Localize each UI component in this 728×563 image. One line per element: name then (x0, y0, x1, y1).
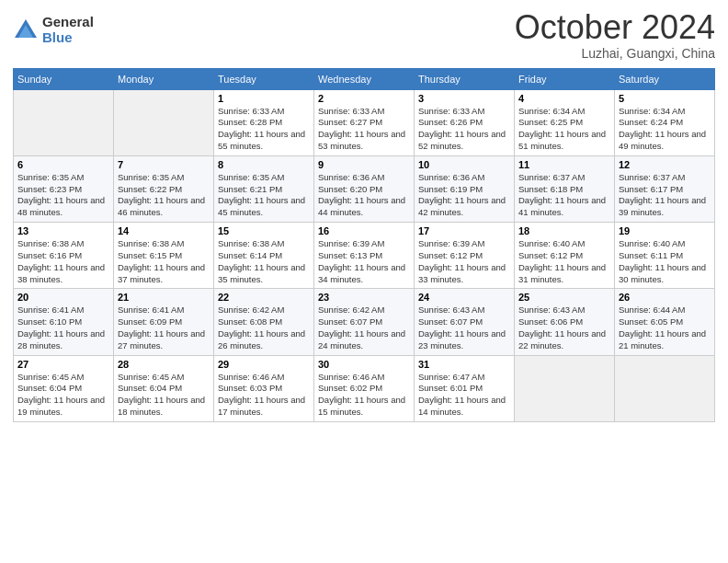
day-number: 25 (518, 292, 610, 303)
calendar-cell (14, 89, 114, 155)
calendar-cell: 20Sunrise: 6:41 AM Sunset: 6:10 PM Dayli… (14, 289, 114, 355)
calendar-cell: 30Sunrise: 6:46 AM Sunset: 6:02 PM Dayli… (314, 355, 415, 421)
weekday-row: SundayMondayTuesdayWednesdayThursdayFrid… (14, 68, 715, 89)
calendar-cell: 6Sunrise: 6:35 AM Sunset: 6:23 PM Daylig… (14, 155, 114, 222)
calendar-cell: 17Sunrise: 6:39 AM Sunset: 6:12 PM Dayli… (415, 223, 515, 289)
calendar-header: SundayMondayTuesdayWednesdayThursdayFrid… (14, 68, 715, 89)
day-info: Sunrise: 6:33 AM Sunset: 6:27 PM Dayligh… (318, 106, 410, 153)
calendar-cell: 10Sunrise: 6:36 AM Sunset: 6:19 PM Dayli… (415, 155, 515, 222)
day-info: Sunrise: 6:38 AM Sunset: 6:16 PM Dayligh… (17, 238, 109, 285)
day-number: 14 (118, 225, 210, 236)
weekday-header: Saturday (615, 68, 715, 89)
day-info: Sunrise: 6:42 AM Sunset: 6:07 PM Dayligh… (318, 304, 410, 351)
weekday-header: Monday (114, 68, 214, 89)
day-number: 24 (418, 292, 510, 303)
day-number: 28 (118, 359, 210, 370)
day-number: 29 (218, 359, 310, 370)
day-info: Sunrise: 6:37 AM Sunset: 6:17 PM Dayligh… (619, 172, 711, 219)
day-number: 27 (17, 359, 109, 370)
day-number: 17 (418, 225, 510, 236)
calendar-cell: 13Sunrise: 6:38 AM Sunset: 6:16 PM Dayli… (14, 223, 114, 289)
day-info: Sunrise: 6:45 AM Sunset: 6:04 PM Dayligh… (118, 372, 210, 419)
calendar-cell (515, 355, 615, 421)
day-info: Sunrise: 6:41 AM Sunset: 6:09 PM Dayligh… (118, 304, 210, 351)
calendar-cell: 19Sunrise: 6:40 AM Sunset: 6:11 PM Dayli… (615, 223, 715, 289)
day-number: 12 (619, 159, 711, 170)
day-info: Sunrise: 6:42 AM Sunset: 6:08 PM Dayligh… (218, 304, 310, 351)
header: General Blue October 2024 Luzhai, Guangx… (13, 9, 715, 61)
calendar-cell: 23Sunrise: 6:42 AM Sunset: 6:07 PM Dayli… (314, 289, 415, 355)
calendar-week-row: 20Sunrise: 6:41 AM Sunset: 6:10 PM Dayli… (14, 289, 715, 355)
day-info: Sunrise: 6:40 AM Sunset: 6:12 PM Dayligh… (518, 238, 610, 285)
day-number: 9 (318, 159, 410, 170)
day-number: 8 (218, 159, 310, 170)
calendar-cell: 16Sunrise: 6:39 AM Sunset: 6:13 PM Dayli… (314, 223, 415, 289)
day-number: 5 (619, 93, 711, 104)
month-title: October 2024 (515, 9, 715, 46)
day-number: 2 (318, 93, 410, 104)
day-info: Sunrise: 6:33 AM Sunset: 6:28 PM Dayligh… (218, 106, 310, 153)
calendar-cell: 28Sunrise: 6:45 AM Sunset: 6:04 PM Dayli… (114, 355, 214, 421)
calendar-cell: 12Sunrise: 6:37 AM Sunset: 6:17 PM Dayli… (615, 155, 715, 222)
day-number: 7 (118, 159, 210, 170)
day-info: Sunrise: 6:45 AM Sunset: 6:04 PM Dayligh… (17, 372, 109, 419)
day-number: 15 (218, 225, 310, 236)
day-number: 10 (418, 159, 510, 170)
day-info: Sunrise: 6:43 AM Sunset: 6:07 PM Dayligh… (418, 304, 510, 351)
calendar-cell: 11Sunrise: 6:37 AM Sunset: 6:18 PM Dayli… (515, 155, 615, 222)
weekday-header: Wednesday (314, 68, 415, 89)
calendar-cell: 18Sunrise: 6:40 AM Sunset: 6:12 PM Dayli… (515, 223, 615, 289)
page: General Blue October 2024 Luzhai, Guangx… (0, 0, 728, 563)
day-number: 21 (118, 292, 210, 303)
calendar-cell: 25Sunrise: 6:43 AM Sunset: 6:06 PM Dayli… (515, 289, 615, 355)
calendar-cell: 24Sunrise: 6:43 AM Sunset: 6:07 PM Dayli… (415, 289, 515, 355)
logo-text: General Blue (42, 15, 94, 45)
calendar-cell: 29Sunrise: 6:46 AM Sunset: 6:03 PM Dayli… (214, 355, 314, 421)
day-number: 18 (518, 225, 610, 236)
calendar-cell: 3Sunrise: 6:33 AM Sunset: 6:26 PM Daylig… (415, 89, 515, 155)
day-info: Sunrise: 6:46 AM Sunset: 6:02 PM Dayligh… (318, 372, 410, 419)
calendar-cell: 31Sunrise: 6:47 AM Sunset: 6:01 PM Dayli… (415, 355, 515, 421)
weekday-header: Sunday (14, 68, 114, 89)
day-info: Sunrise: 6:34 AM Sunset: 6:25 PM Dayligh… (518, 106, 610, 153)
calendar-cell: 27Sunrise: 6:45 AM Sunset: 6:04 PM Dayli… (14, 355, 114, 421)
day-number: 20 (17, 292, 109, 303)
logo: General Blue (13, 15, 94, 45)
day-number: 1 (218, 93, 310, 104)
day-info: Sunrise: 6:35 AM Sunset: 6:22 PM Dayligh… (118, 172, 210, 219)
calendar-cell: 26Sunrise: 6:44 AM Sunset: 6:05 PM Dayli… (615, 289, 715, 355)
location: Luzhai, Guangxi, China (515, 46, 715, 61)
day-number: 4 (518, 93, 610, 104)
day-number: 26 (619, 292, 711, 303)
day-number: 19 (619, 225, 711, 236)
day-info: Sunrise: 6:33 AM Sunset: 6:26 PM Dayligh… (418, 106, 510, 153)
calendar-table: SundayMondayTuesdayWednesdayThursdayFrid… (13, 68, 715, 422)
calendar-cell: 15Sunrise: 6:38 AM Sunset: 6:14 PM Dayli… (214, 223, 314, 289)
calendar-body: 1Sunrise: 6:33 AM Sunset: 6:28 PM Daylig… (14, 89, 715, 421)
day-number: 30 (318, 359, 410, 370)
day-info: Sunrise: 6:37 AM Sunset: 6:18 PM Dayligh… (518, 172, 610, 219)
day-info: Sunrise: 6:35 AM Sunset: 6:23 PM Dayligh… (17, 172, 109, 219)
calendar-cell: 7Sunrise: 6:35 AM Sunset: 6:22 PM Daylig… (114, 155, 214, 222)
day-info: Sunrise: 6:43 AM Sunset: 6:06 PM Dayligh… (518, 304, 610, 351)
logo-icon (13, 17, 39, 43)
day-info: Sunrise: 6:34 AM Sunset: 6:24 PM Dayligh… (619, 106, 711, 153)
day-info: Sunrise: 6:36 AM Sunset: 6:20 PM Dayligh… (318, 172, 410, 219)
day-info: Sunrise: 6:44 AM Sunset: 6:05 PM Dayligh… (619, 304, 711, 351)
calendar-week-row: 1Sunrise: 6:33 AM Sunset: 6:28 PM Daylig… (14, 89, 715, 155)
weekday-header: Friday (515, 68, 615, 89)
calendar-week-row: 27Sunrise: 6:45 AM Sunset: 6:04 PM Dayli… (14, 355, 715, 421)
calendar-cell: 1Sunrise: 6:33 AM Sunset: 6:28 PM Daylig… (214, 89, 314, 155)
day-info: Sunrise: 6:46 AM Sunset: 6:03 PM Dayligh… (218, 372, 310, 419)
day-info: Sunrise: 6:39 AM Sunset: 6:13 PM Dayligh… (318, 238, 410, 285)
calendar-cell (615, 355, 715, 421)
day-info: Sunrise: 6:35 AM Sunset: 6:21 PM Dayligh… (218, 172, 310, 219)
weekday-header: Thursday (415, 68, 515, 89)
day-number: 6 (17, 159, 109, 170)
calendar-cell: 14Sunrise: 6:38 AM Sunset: 6:15 PM Dayli… (114, 223, 214, 289)
calendar-cell: 22Sunrise: 6:42 AM Sunset: 6:08 PM Dayli… (214, 289, 314, 355)
calendar-cell: 5Sunrise: 6:34 AM Sunset: 6:24 PM Daylig… (615, 89, 715, 155)
day-number: 16 (318, 225, 410, 236)
day-number: 22 (218, 292, 310, 303)
logo-general-text: General (42, 15, 94, 30)
